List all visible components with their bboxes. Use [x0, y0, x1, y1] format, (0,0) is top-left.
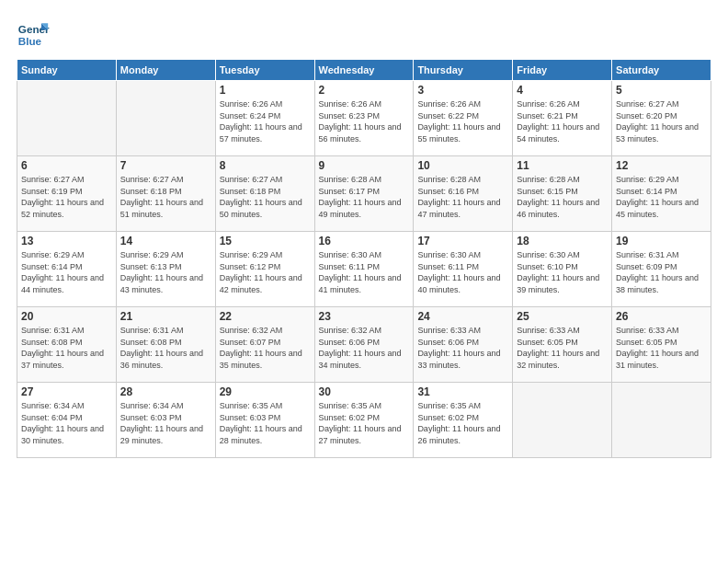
day-number: 29 [220, 385, 311, 398]
day-number: 20 [21, 310, 112, 323]
day-number: 22 [220, 310, 311, 323]
day-info: Sunrise: 6:26 AMSunset: 6:22 PMDaylight:… [417, 98, 508, 144]
calendar-cell: 22Sunrise: 6:32 AMSunset: 6:07 PMDayligh… [215, 307, 314, 383]
calendar-cell: 6Sunrise: 6:27 AMSunset: 6:19 PMDaylight… [17, 156, 117, 232]
logo: General Blue [17, 17, 53, 50]
calendar-cell: 8Sunrise: 6:27 AMSunset: 6:18 PMDaylight… [215, 156, 314, 232]
calendar-cell: 11Sunrise: 6:28 AMSunset: 6:15 PMDayligh… [513, 156, 612, 232]
day-info: Sunrise: 6:28 AMSunset: 6:16 PMDaylight:… [417, 174, 508, 220]
day-info: Sunrise: 6:30 AMSunset: 6:10 PMDaylight:… [517, 249, 608, 295]
calendar-cell: 4Sunrise: 6:26 AMSunset: 6:21 PMDaylight… [513, 81, 612, 156]
day-number: 16 [319, 235, 410, 247]
calendar-cell: 27Sunrise: 6:34 AMSunset: 6:04 PMDayligh… [17, 383, 117, 458]
day-info: Sunrise: 6:26 AMSunset: 6:23 PMDaylight:… [319, 98, 410, 144]
calendar-cell: 14Sunrise: 6:29 AMSunset: 6:13 PMDayligh… [116, 232, 215, 307]
calendar-week-row: 20Sunrise: 6:31 AMSunset: 6:08 PMDayligh… [17, 307, 711, 383]
day-info: Sunrise: 6:32 AMSunset: 6:07 PMDaylight:… [220, 325, 311, 371]
svg-text:Blue: Blue [18, 35, 42, 47]
calendar-cell: 24Sunrise: 6:33 AMSunset: 6:06 PMDayligh… [414, 307, 513, 383]
day-info: Sunrise: 6:26 AMSunset: 6:24 PMDaylight:… [220, 98, 311, 144]
calendar-cell: 19Sunrise: 6:31 AMSunset: 6:09 PMDayligh… [612, 232, 711, 307]
day-info: Sunrise: 6:27 AMSunset: 6:19 PMDaylight:… [21, 174, 112, 220]
day-number: 19 [616, 235, 707, 247]
day-number: 12 [616, 159, 707, 172]
calendar-cell: 18Sunrise: 6:30 AMSunset: 6:10 PMDayligh… [513, 232, 612, 307]
calendar-cell: 31Sunrise: 6:35 AMSunset: 6:02 PMDayligh… [414, 383, 513, 458]
calendar-cell: 9Sunrise: 6:28 AMSunset: 6:17 PMDaylight… [314, 156, 414, 232]
day-info: Sunrise: 6:35 AMSunset: 6:02 PMDaylight:… [417, 400, 508, 446]
day-info: Sunrise: 6:35 AMSunset: 6:03 PMDaylight:… [220, 400, 311, 446]
page: General Blue SundayMondayTuesdayWednesda… [0, 0, 728, 563]
calendar-week-row: 6Sunrise: 6:27 AMSunset: 6:19 PMDaylight… [17, 156, 711, 232]
day-info: Sunrise: 6:29 AMSunset: 6:13 PMDaylight:… [120, 249, 211, 295]
calendar-day-header: Wednesday [314, 60, 414, 81]
day-number: 23 [319, 310, 410, 323]
calendar-day-header: Thursday [414, 60, 513, 81]
day-number: 6 [21, 159, 112, 172]
day-number: 14 [120, 235, 211, 247]
calendar-day-header: Saturday [612, 60, 711, 81]
day-info: Sunrise: 6:28 AMSunset: 6:17 PMDaylight:… [319, 174, 410, 220]
day-number: 17 [417, 235, 508, 247]
calendar-cell: 30Sunrise: 6:35 AMSunset: 6:02 PMDayligh… [314, 383, 414, 458]
calendar-cell: 29Sunrise: 6:35 AMSunset: 6:03 PMDayligh… [215, 383, 314, 458]
day-info: Sunrise: 6:29 AMSunset: 6:14 PMDaylight:… [21, 249, 112, 295]
calendar-cell: 15Sunrise: 6:29 AMSunset: 6:12 PMDayligh… [215, 232, 314, 307]
day-info: Sunrise: 6:32 AMSunset: 6:06 PMDaylight:… [319, 325, 410, 371]
calendar-week-row: 1Sunrise: 6:26 AMSunset: 6:24 PMDaylight… [17, 81, 711, 156]
day-number: 3 [417, 84, 508, 97]
day-number: 18 [517, 235, 608, 247]
day-info: Sunrise: 6:30 AMSunset: 6:11 PMDaylight:… [417, 249, 508, 295]
day-info: Sunrise: 6:28 AMSunset: 6:15 PMDaylight:… [517, 174, 608, 220]
calendar-cell: 16Sunrise: 6:30 AMSunset: 6:11 PMDayligh… [314, 232, 414, 307]
calendar-cell: 13Sunrise: 6:29 AMSunset: 6:14 PMDayligh… [17, 232, 117, 307]
day-number: 13 [21, 235, 112, 247]
day-info: Sunrise: 6:35 AMSunset: 6:02 PMDaylight:… [319, 400, 410, 446]
calendar-cell: 5Sunrise: 6:27 AMSunset: 6:20 PMDaylight… [612, 81, 711, 156]
calendar-day-header: Tuesday [215, 60, 314, 81]
day-info: Sunrise: 6:31 AMSunset: 6:08 PMDaylight:… [120, 325, 211, 371]
day-info: Sunrise: 6:33 AMSunset: 6:06 PMDaylight:… [417, 325, 508, 371]
calendar-cell: 25Sunrise: 6:33 AMSunset: 6:05 PMDayligh… [513, 307, 612, 383]
day-number: 2 [319, 84, 410, 97]
day-number: 10 [417, 159, 508, 172]
calendar-cell: 1Sunrise: 6:26 AMSunset: 6:24 PMDaylight… [215, 81, 314, 156]
day-number: 30 [319, 385, 410, 398]
calendar-cell: 26Sunrise: 6:33 AMSunset: 6:05 PMDayligh… [612, 307, 711, 383]
day-info: Sunrise: 6:31 AMSunset: 6:09 PMDaylight:… [616, 249, 707, 295]
calendar-day-header: Friday [513, 60, 612, 81]
day-info: Sunrise: 6:33 AMSunset: 6:05 PMDaylight:… [616, 325, 707, 371]
day-number: 8 [220, 159, 311, 172]
day-number: 1 [220, 84, 311, 97]
day-number: 4 [517, 84, 608, 97]
calendar-cell: 28Sunrise: 6:34 AMSunset: 6:03 PMDayligh… [116, 383, 215, 458]
day-info: Sunrise: 6:29 AMSunset: 6:12 PMDaylight:… [220, 249, 311, 295]
calendar-header-row: SundayMondayTuesdayWednesdayThursdayFrid… [17, 60, 711, 81]
calendar-cell [17, 81, 117, 156]
day-info: Sunrise: 6:29 AMSunset: 6:14 PMDaylight:… [616, 174, 707, 220]
calendar: SundayMondayTuesdayWednesdayThursdayFrid… [17, 59, 711, 458]
logo-icon: General Blue [17, 17, 50, 50]
calendar-week-row: 13Sunrise: 6:29 AMSunset: 6:14 PMDayligh… [17, 232, 711, 307]
calendar-day-header: Monday [116, 60, 215, 81]
day-info: Sunrise: 6:27 AMSunset: 6:18 PMDaylight:… [120, 174, 211, 220]
day-info: Sunrise: 6:27 AMSunset: 6:20 PMDaylight:… [616, 98, 707, 144]
day-number: 15 [220, 235, 311, 247]
calendar-cell: 2Sunrise: 6:26 AMSunset: 6:23 PMDaylight… [314, 81, 414, 156]
calendar-cell: 20Sunrise: 6:31 AMSunset: 6:08 PMDayligh… [17, 307, 117, 383]
calendar-cell: 10Sunrise: 6:28 AMSunset: 6:16 PMDayligh… [414, 156, 513, 232]
day-number: 7 [120, 159, 211, 172]
header: General Blue [17, 17, 711, 50]
day-info: Sunrise: 6:34 AMSunset: 6:03 PMDaylight:… [120, 400, 211, 446]
day-number: 24 [417, 310, 508, 323]
calendar-week-row: 27Sunrise: 6:34 AMSunset: 6:04 PMDayligh… [17, 383, 711, 458]
day-number: 5 [616, 84, 707, 97]
calendar-cell: 7Sunrise: 6:27 AMSunset: 6:18 PMDaylight… [116, 156, 215, 232]
day-number: 11 [517, 159, 608, 172]
calendar-cell: 17Sunrise: 6:30 AMSunset: 6:11 PMDayligh… [414, 232, 513, 307]
day-number: 21 [120, 310, 211, 323]
calendar-cell: 12Sunrise: 6:29 AMSunset: 6:14 PMDayligh… [612, 156, 711, 232]
calendar-cell [513, 383, 612, 458]
day-info: Sunrise: 6:26 AMSunset: 6:21 PMDaylight:… [517, 98, 608, 144]
day-number: 27 [21, 385, 112, 398]
